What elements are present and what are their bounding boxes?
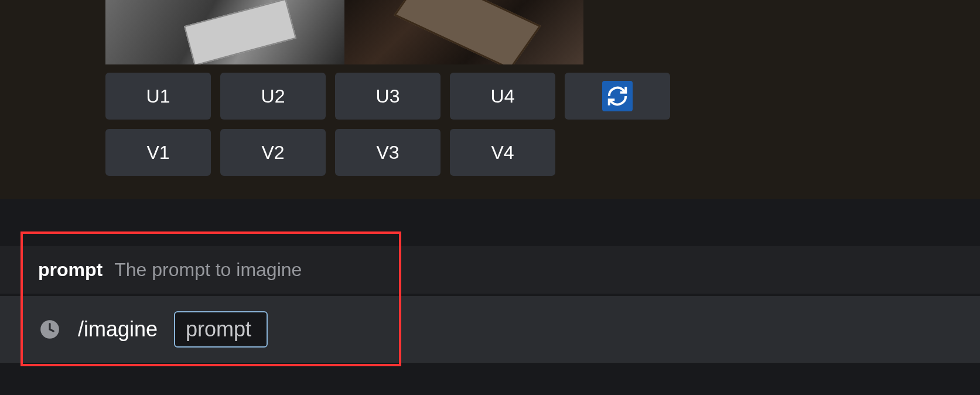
variation-button-row: V1 V2 V3 V4 [105,129,980,176]
message-input-bar[interactable]: /imagine prompt [0,296,980,363]
reroll-button[interactable] [565,73,670,120]
message-content: U1 U2 U3 U4 V1 V2 V3 V4 [0,0,980,176]
upscale-4-button[interactable]: U4 [450,73,555,120]
prompt-parameter-chip[interactable]: prompt [174,311,268,348]
command-input-area: prompt The prompt to imagine /imagine pr… [0,199,980,395]
clock-icon [38,318,62,341]
slash-command: /imagine [78,317,158,342]
upscale-1-button[interactable]: U1 [105,73,211,120]
upscale-button-row: U1 U2 U3 U4 [105,73,980,120]
upscale-3-button[interactable]: U3 [335,73,441,120]
upscale-2-button[interactable]: U2 [220,73,326,120]
parameter-name: prompt [38,259,103,281]
variation-1-button[interactable]: V1 [105,129,211,176]
variation-3-button[interactable]: V3 [335,129,441,176]
parameter-hint[interactable]: prompt The prompt to imagine [0,246,980,294]
parameter-description: The prompt to imagine [114,259,302,281]
generated-image-1[interactable] [105,0,344,64]
refresh-icon [602,81,633,111]
generated-images [105,0,980,64]
variation-4-button[interactable]: V4 [450,129,555,176]
variation-2-button[interactable]: V2 [220,129,326,176]
generated-image-2[interactable] [344,0,583,64]
